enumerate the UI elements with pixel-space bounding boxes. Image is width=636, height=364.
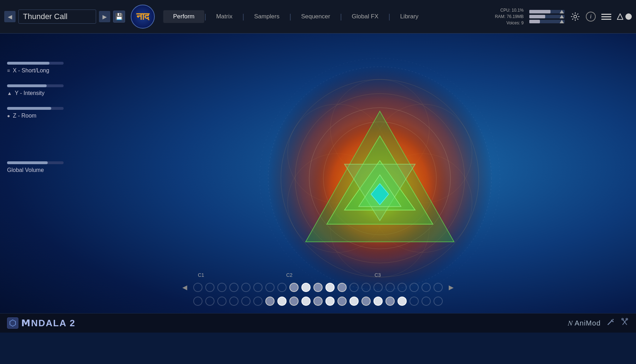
prev-preset-button[interactable]: ◀ bbox=[4, 11, 16, 22]
key-r2-18[interactable] bbox=[398, 297, 407, 306]
mandala-svg bbox=[256, 55, 504, 302]
footer-logo-rest: NDALA bbox=[31, 318, 70, 328]
key-r2-9[interactable] bbox=[289, 297, 299, 306]
key-r1-4[interactable] bbox=[229, 283, 238, 292]
piano-rows: ◀ bbox=[179, 281, 457, 307]
slider-label-x: ≡ X - Short/Long bbox=[7, 67, 85, 74]
slider-label-y: ▲ Y - Intensity bbox=[7, 90, 85, 96]
octave-c2-label: C2 bbox=[286, 272, 293, 278]
key-r2-21[interactable] bbox=[434, 297, 443, 306]
meter-fill-1 bbox=[529, 10, 550, 13]
meter-area bbox=[529, 10, 565, 23]
key-r1-17[interactable] bbox=[385, 283, 395, 292]
key-r2-6[interactable] bbox=[253, 297, 263, 306]
meter-bar-3 bbox=[529, 20, 565, 23]
footer-logo-icon bbox=[7, 317, 18, 329]
x-icon: ≡ bbox=[7, 68, 10, 73]
key-r2-12[interactable] bbox=[325, 297, 335, 306]
slider-track-z[interactable] bbox=[7, 107, 64, 110]
key-r2-19[interactable] bbox=[410, 297, 419, 306]
cpu-info: CPU: 10.1% RAM: 76.19MB Voices: 9 bbox=[495, 7, 524, 26]
slider-label-z: ● Z - Room bbox=[7, 113, 85, 119]
hexagon-icon bbox=[9, 320, 16, 327]
key-r1-20[interactable] bbox=[422, 283, 431, 292]
key-r1-18[interactable] bbox=[398, 283, 407, 292]
key-r2-4[interactable] bbox=[229, 297, 238, 306]
footer-brand-text: AniMod bbox=[575, 319, 601, 327]
z-icon: ● bbox=[7, 113, 10, 119]
settings-button[interactable] bbox=[570, 12, 580, 22]
octave-c3-label: C3 bbox=[375, 272, 381, 278]
slider-fill-z bbox=[7, 107, 51, 110]
key-r2-13[interactable] bbox=[337, 297, 347, 306]
key-r1-5[interactable] bbox=[241, 283, 251, 292]
key-r1-1[interactable] bbox=[193, 283, 202, 292]
main-area: ≡ X - Short/Long ▲ Y - Intensity ● Z - R… bbox=[0, 34, 636, 333]
slider-fill-x bbox=[7, 62, 49, 65]
z-label-text: Z - Room bbox=[13, 113, 36, 119]
key-r2-1[interactable] bbox=[193, 297, 202, 306]
key-r2-10[interactable] bbox=[301, 297, 311, 306]
tab-library[interactable]: Library bbox=[390, 10, 428, 23]
circle-icon bbox=[625, 13, 632, 20]
svg-line-20 bbox=[613, 319, 613, 320]
tab-matrix[interactable]: Matrix bbox=[206, 10, 242, 23]
tab-samplers[interactable]: Samplers bbox=[244, 10, 289, 23]
key-r1-9[interactable] bbox=[289, 283, 299, 292]
footer-brand: 𝑁 AniMod bbox=[568, 319, 601, 327]
piano-prev-button[interactable]: ◀ bbox=[179, 282, 190, 293]
key-r1-13[interactable] bbox=[337, 283, 347, 292]
save-button[interactable]: 💾 bbox=[113, 11, 125, 23]
key-r1-3[interactable] bbox=[217, 283, 226, 292]
slider-fill-vol bbox=[7, 161, 48, 164]
meter-triangle-2 bbox=[560, 15, 564, 18]
key-r2-7[interactable] bbox=[265, 297, 275, 306]
meter-bar-2 bbox=[529, 15, 565, 18]
svg-marker-1 bbox=[617, 14, 623, 19]
mandala-visualization bbox=[256, 55, 504, 302]
x-label-text: X - Short/Long bbox=[13, 67, 49, 74]
key-r2-5[interactable] bbox=[241, 297, 251, 306]
key-r1-10[interactable] bbox=[301, 283, 311, 292]
slider-group-x: ≡ X - Short/Long bbox=[7, 62, 85, 74]
key-r2-16[interactable] bbox=[373, 297, 383, 306]
meter-bar-1 bbox=[529, 10, 565, 13]
tab-perform[interactable]: Perform bbox=[163, 10, 204, 23]
key-r2-17[interactable] bbox=[385, 297, 395, 306]
slider-track-y[interactable] bbox=[7, 84, 64, 87]
slider-track-x[interactable] bbox=[7, 62, 64, 65]
octave-labels: C1 C2 C3 bbox=[177, 271, 459, 279]
svg-point-0 bbox=[574, 15, 577, 18]
slider-track-vol[interactable] bbox=[7, 161, 64, 164]
bottom-area: C1 C2 C3 ◀ bbox=[0, 271, 636, 313]
key-r1-7[interactable] bbox=[265, 283, 275, 292]
preset-name-input[interactable] bbox=[18, 10, 96, 24]
footer-logo: 𝗠NDALA 2 bbox=[7, 317, 76, 329]
logo-text: नाद bbox=[136, 11, 149, 23]
tab-globalfx[interactable]: Global FX bbox=[342, 10, 389, 23]
key-r2-11[interactable] bbox=[313, 297, 323, 306]
key-r1-16[interactable] bbox=[373, 283, 383, 292]
piano-next-button[interactable]: ▶ bbox=[446, 282, 457, 293]
key-r2-15[interactable] bbox=[361, 297, 371, 306]
key-r1-6[interactable] bbox=[253, 283, 263, 292]
key-r2-20[interactable] bbox=[422, 297, 431, 306]
footer-logo-m: 𝗠 bbox=[21, 318, 31, 328]
key-r1-8[interactable] bbox=[277, 283, 287, 292]
key-r2-8[interactable] bbox=[277, 297, 287, 306]
key-r2-2[interactable] bbox=[205, 297, 214, 306]
footer-tool-button-2[interactable] bbox=[620, 318, 629, 328]
tab-sequencer[interactable]: Sequencer bbox=[291, 10, 340, 23]
key-r1-19[interactable] bbox=[410, 283, 419, 292]
key-r1-14[interactable] bbox=[349, 283, 359, 292]
key-r1-12[interactable] bbox=[325, 283, 335, 292]
key-r1-15[interactable] bbox=[361, 283, 371, 292]
key-r2-3[interactable] bbox=[217, 297, 226, 306]
info-button[interactable]: i bbox=[586, 12, 596, 22]
key-r1-21[interactable] bbox=[434, 283, 443, 292]
key-r2-14[interactable] bbox=[349, 297, 359, 306]
key-r1-11[interactable] bbox=[313, 283, 323, 292]
next-preset-button[interactable]: ▶ bbox=[99, 11, 110, 22]
footer-tool-button-1[interactable] bbox=[606, 318, 615, 328]
key-r1-2[interactable] bbox=[205, 283, 214, 292]
